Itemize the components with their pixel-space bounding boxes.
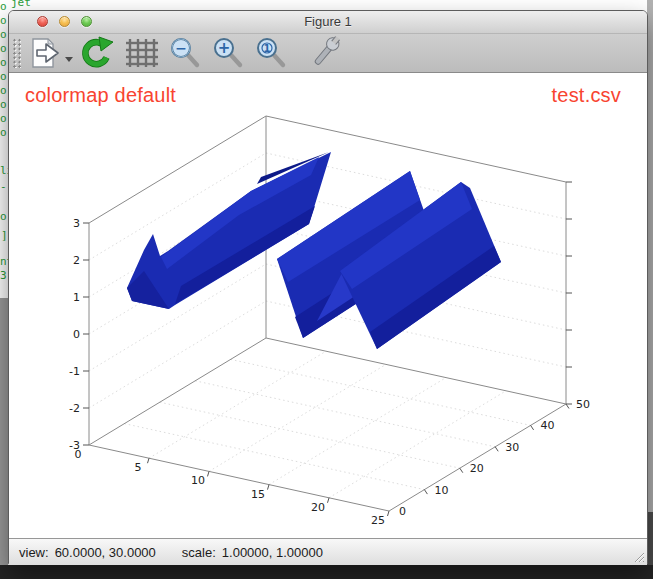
titlebar[interactable]: Figure 1 (9, 11, 647, 34)
bg-code-fragment: 3 (0, 270, 7, 282)
close-button[interactable] (37, 16, 48, 27)
svg-text:10: 10 (191, 474, 205, 487)
zoom-out-icon: − (168, 36, 206, 70)
scale-value: 1.00000, 1.00000 (222, 545, 323, 560)
statusbar: view: 60.0000, 30.0000 scale: 1.00000, 1… (9, 538, 647, 565)
svg-text:-1: -1 (69, 365, 80, 378)
svg-text:1: 1 (264, 43, 271, 54)
scale-label: scale: (182, 545, 216, 560)
svg-text:1: 1 (73, 291, 80, 304)
window-title: Figure 1 (9, 11, 647, 33)
minimize-button[interactable] (59, 16, 70, 27)
svg-text:10: 10 (434, 484, 448, 497)
document-export-icon (28, 37, 64, 69)
plot-surface (127, 152, 501, 349)
bg-code-fragment: o (0, 127, 7, 139)
resize-grip[interactable] (631, 549, 645, 563)
bg-code-fragment: - (0, 181, 7, 193)
refresh-button[interactable] (77, 36, 115, 70)
refresh-icon (77, 36, 115, 70)
svg-text:20: 20 (470, 462, 484, 475)
svg-text:50: 50 (576, 398, 590, 411)
svg-text:30: 30 (505, 441, 519, 454)
bg-code-fragment: o (0, 211, 7, 223)
bg-code-fragment: o (0, 99, 7, 111)
svg-text:5: 5 (135, 461, 142, 474)
svg-text:3: 3 (73, 217, 80, 230)
desktop: jet ooooooooooli-o]nt3[ Figure 1 (0, 0, 653, 579)
bg-editor-word: jet (11, 0, 31, 9)
zoom-reset-icon: 1 (254, 36, 292, 70)
zoom-reset-button[interactable]: 1 (254, 36, 292, 70)
bg-code-fragment: o (0, 43, 7, 55)
colormap-annotation: colormap default (25, 84, 176, 107)
toolbar-drag-handle[interactable] (12, 38, 21, 68)
bg-left-gray-panel (0, 298, 8, 565)
bg-code-fragment: ] (1, 230, 8, 242)
svg-text:+: + (218, 39, 231, 57)
bg-code-fragment: o (0, 1, 7, 13)
export-button[interactable] (27, 36, 65, 70)
zoom-in-button[interactable]: + (211, 36, 249, 70)
zoom-out-button[interactable]: − (168, 36, 206, 70)
svg-text:15: 15 (251, 488, 265, 501)
svg-text:-2: -2 (69, 402, 80, 415)
zoom-in-icon: + (211, 36, 249, 70)
svg-text:0: 0 (399, 505, 406, 518)
svg-text:−: − (175, 40, 187, 56)
zoom-window-button[interactable] (81, 16, 92, 27)
view-value: 60.0000, 30.0000 (55, 545, 156, 560)
tools-button[interactable] (307, 36, 345, 70)
export-dropdown-caret[interactable] (65, 57, 73, 62)
bg-code-fragment: o (0, 113, 7, 125)
wrench-icon (307, 36, 345, 70)
filename-annotation: test.csv (552, 84, 621, 107)
grid-icon (124, 37, 160, 69)
bg-code-fragment: o (0, 71, 7, 83)
svg-text:0: 0 (73, 328, 80, 341)
svg-text:0: 0 (75, 448, 82, 461)
toolbar: − + 1 (9, 34, 647, 73)
bg-code-fragment: o (0, 29, 7, 41)
view-label: view: (19, 545, 49, 560)
plot-3d[interactable]: -3-2-10123051015202501020304050 (9, 73, 647, 538)
figure-window: Figure 1 (8, 10, 648, 564)
plot-grid (89, 153, 566, 498)
bg-code-fragment: o (0, 57, 7, 69)
svg-text:25: 25 (371, 514, 385, 527)
grid-toggle-button[interactable] (123, 36, 161, 70)
svg-text:20: 20 (311, 501, 325, 514)
svg-text:40: 40 (541, 419, 555, 432)
plot-canvas[interactable]: -3-2-10123051015202501020304050 colormap… (9, 73, 647, 538)
bg-code-fragment: o (0, 85, 7, 97)
bg-bottom-dark-strip (0, 565, 653, 579)
bg-code-fragment: o (0, 15, 7, 27)
svg-text:2: 2 (73, 254, 80, 267)
